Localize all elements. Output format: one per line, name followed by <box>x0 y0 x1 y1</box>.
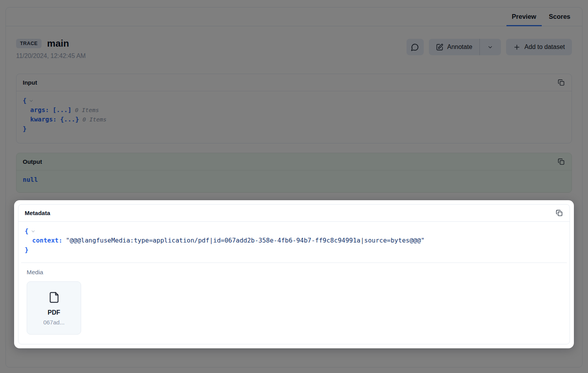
plus-icon <box>513 43 521 51</box>
media-section-label: Media <box>27 269 561 276</box>
media-file-type: PDF <box>48 309 60 316</box>
json-collapsed-object[interactable]: {...} <box>60 115 79 124</box>
media-file-card[interactable]: PDF 067ad... <box>27 281 81 335</box>
input-panel-header: Input <box>16 74 572 91</box>
json-item-count: 0 Items <box>83 115 107 124</box>
trace-actions: Annotate Add to dataset <box>407 39 572 55</box>
add-to-dataset-button[interactable]: Add to dataset <box>506 39 572 55</box>
output-panel-title: Output <box>23 158 42 165</box>
metadata-panel-header: Metadata <box>18 205 570 222</box>
collapse-json-icon[interactable] <box>31 229 36 234</box>
annotate-pen-icon <box>436 43 443 51</box>
json-key: context: <box>32 236 62 245</box>
copy-icon <box>558 79 564 86</box>
json-row-kwargs: kwargs: {...} 0 Items <box>23 115 565 124</box>
output-panel: Output null <box>16 153 572 193</box>
annotate-dropdown-button[interactable] <box>480 39 501 55</box>
metadata-spotlight-highlight: Metadata { context: <box>14 200 574 348</box>
json-close-brace: } <box>23 124 27 134</box>
trace-io-content: Input { args: [...] 0 Items <box>16 74 572 348</box>
json-row-context: context: "@@@langfuseMedia:type=applicat… <box>25 236 563 245</box>
tab-scores[interactable]: Scores <box>543 7 577 26</box>
file-icon <box>48 291 60 304</box>
metadata-copy-button[interactable] <box>555 209 563 217</box>
annotate-split-button: Annotate <box>429 39 501 55</box>
collapse-json-icon[interactable] <box>29 98 34 103</box>
media-section: Media PDF 067ad... <box>21 263 567 344</box>
copy-icon <box>558 158 564 165</box>
annotate-button[interactable]: Annotate <box>429 39 479 55</box>
json-open-brace: { <box>25 226 29 236</box>
tab-preview[interactable]: Preview <box>506 7 543 26</box>
json-null-value: null <box>23 175 38 185</box>
chevron-down-icon <box>487 44 493 50</box>
trace-detail-card: Preview Scores TRACE main 11/20/2024, 12… <box>5 7 583 368</box>
input-copy-button[interactable] <box>557 78 565 87</box>
json-key: kwargs: <box>30 115 56 124</box>
output-json-viewer: null <box>16 170 572 192</box>
json-collapsed-array[interactable]: [...] <box>53 105 71 115</box>
input-panel-title: Input <box>23 79 37 86</box>
tab-preview-label: Preview <box>512 13 536 20</box>
json-key: args: <box>30 105 49 115</box>
json-open-brace: { <box>23 96 27 105</box>
input-json-viewer: { args: [...] 0 Items kwargs: {...} 0 It… <box>16 91 572 143</box>
add-to-dataset-label: Add to dataset <box>524 43 565 51</box>
chat-bubble-icon <box>411 43 419 51</box>
title-block: TRACE main 11/20/2024, 12:42:45 AM <box>16 38 86 60</box>
json-item-count: 0 Items <box>75 105 99 115</box>
json-row-args: args: [...] 0 Items <box>23 105 565 115</box>
comment-button[interactable] <box>407 39 424 55</box>
output-copy-button[interactable] <box>557 158 565 166</box>
trace-timestamp: 11/20/2024, 12:42:45 AM <box>16 53 86 60</box>
metadata-panel-title: Metadata <box>25 210 50 216</box>
output-panel-header: Output <box>16 153 572 170</box>
metadata-panel: Metadata { context: <box>18 204 570 344</box>
input-panel: Input { args: [...] 0 Items <box>16 74 572 143</box>
tab-bar: Preview Scores <box>6 7 582 26</box>
media-file-id: 067ad... <box>43 319 64 326</box>
trace-title: main <box>47 38 69 49</box>
json-string-value: "@@@langfuseMedia:type=application/pdf|i… <box>66 236 425 245</box>
copy-icon <box>556 210 563 216</box>
annotate-label: Annotate <box>447 43 472 51</box>
tab-scores-label: Scores <box>549 13 570 20</box>
json-close-brace: } <box>25 245 29 255</box>
trace-header: TRACE main 11/20/2024, 12:42:45 AM Annot… <box>16 38 572 60</box>
metadata-json-viewer: { context: "@@@langfuseMedia:type=applic… <box>18 222 570 263</box>
trace-type-badge: TRACE <box>16 39 42 48</box>
